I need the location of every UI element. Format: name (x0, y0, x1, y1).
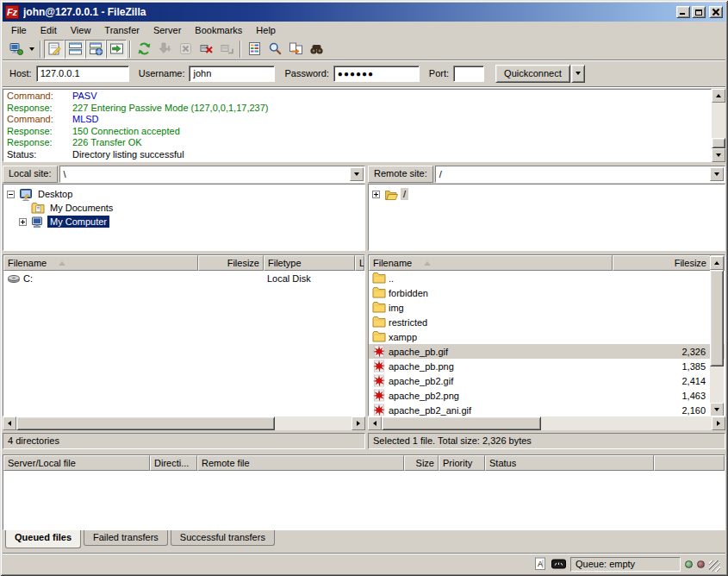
scrollbar-thumb[interactable] (712, 138, 725, 148)
tree-item-desktop[interactable]: Desktop (3, 187, 364, 201)
tree-item-my-computer[interactable]: My Computer (3, 215, 364, 229)
search-button[interactable] (264, 40, 285, 59)
local-list-hscrollbar[interactable] (3, 416, 365, 430)
file-row-forbidden[interactable]: forbidden (369, 285, 725, 300)
host-input[interactable] (36, 66, 129, 82)
filename-cell: xampp (369, 330, 613, 343)
column-header-priority[interactable]: Priority (439, 455, 485, 471)
column-header-filename[interactable]: Filename (369, 255, 613, 271)
local-file-list: FilenameFilesizeFiletypeL C:Local Disk (3, 254, 365, 416)
file-row-xampp[interactable]: xampp (369, 329, 725, 344)
column-header-status[interactable]: Status (485, 455, 654, 471)
toggle-queue-button[interactable] (106, 40, 127, 59)
column-header-remote-file[interactable]: Remote file (197, 455, 404, 471)
username-input[interactable] (189, 66, 275, 82)
column-header-filesize[interactable]: Filesize (613, 255, 711, 271)
tree-item-item[interactable]: / (369, 187, 725, 201)
column-header-l[interactable]: L (355, 255, 364, 271)
log-label: Status: (7, 149, 72, 161)
toggle-log-icon (47, 41, 62, 56)
menu-server[interactable]: Server (146, 23, 188, 37)
menu-transfer[interactable]: Transfer (97, 23, 146, 37)
refresh-button[interactable] (134, 40, 154, 59)
scroll-right-button[interactable] (352, 416, 365, 430)
scroll-up-button[interactable] (710, 256, 724, 270)
menu-edit[interactable]: Edit (34, 23, 64, 37)
menu-view[interactable]: View (64, 23, 98, 37)
scrollbar-thumb[interactable] (16, 416, 275, 430)
scroll-down-button[interactable] (712, 148, 725, 162)
reconnect-button[interactable] (216, 40, 237, 59)
collapse-icon[interactable] (7, 191, 15, 198)
sync-browsing-button[interactable] (285, 40, 306, 59)
quickconnect-dropdown-button[interactable] (571, 65, 585, 83)
file-row-c[interactable]: C:Local Disk (3, 271, 364, 285)
filename-text: apache_pb.png (389, 361, 454, 372)
scrollbar-thumb[interactable] (710, 270, 724, 366)
column-header-filesize[interactable]: Filesize (198, 255, 264, 271)
site-manager-dropdown-button[interactable] (26, 40, 37, 59)
menu-help[interactable]: Help (249, 23, 283, 37)
file-row-apache-pb-gif[interactable]: apache_pb.gif2,326 (369, 344, 725, 359)
scrollbar-track[interactable] (16, 416, 352, 430)
column-header-size[interactable]: Size (404, 455, 439, 471)
file-row-apache-pb2-ani-gif[interactable]: apache_pb2_ani.gif2,160 (369, 403, 725, 416)
file-row-item[interactable]: .. (369, 271, 725, 285)
resize-grip[interactable] (709, 560, 720, 572)
disconnect-button[interactable] (196, 40, 216, 59)
menu-file[interactable]: File (4, 23, 34, 37)
filter-button[interactable] (244, 40, 264, 59)
tab-successful-transfers[interactable]: Successful transfers (171, 530, 275, 546)
remote-site-combobox[interactable]: / (435, 166, 725, 183)
minimize-button[interactable] (676, 6, 690, 18)
remote-list-hscrollbar[interactable] (368, 416, 725, 430)
scrollbar-track[interactable] (382, 416, 712, 430)
quickconnect-button[interactable]: Quickconnect (495, 65, 570, 83)
scroll-right-button[interactable] (712, 416, 725, 430)
toggle-log-button[interactable] (44, 40, 65, 59)
column-header-server-local-file[interactable]: Server/Local file (3, 455, 150, 471)
site-manager-button[interactable] (5, 40, 26, 59)
file-row-apache-pb-png[interactable]: apache_pb.png1,385 (369, 359, 725, 373)
maximize-button[interactable] (692, 6, 706, 18)
filename-text: apache_pb2_ani.gif (389, 405, 471, 416)
expand-icon[interactable] (372, 191, 380, 198)
sort-ascending-icon (424, 261, 431, 266)
cancel-button[interactable] (175, 40, 196, 59)
filename-text: xampp (389, 332, 417, 342)
menu-bookmarks[interactable]: Bookmarks (188, 23, 249, 37)
column-header-directi[interactable]: Directi... (150, 455, 197, 471)
queue-header: Server/Local fileDirecti...Remote fileSi… (3, 455, 725, 471)
column-header-filetype[interactable]: Filetype (264, 255, 355, 271)
password-input[interactable] (333, 66, 420, 82)
local-site-dropdown-button[interactable] (350, 167, 364, 181)
log-scrollbar[interactable] (712, 89, 725, 162)
close-button[interactable] (709, 6, 723, 18)
scroll-down-button[interactable] (710, 403, 724, 416)
scrollbar-track[interactable] (710, 270, 724, 403)
title-bar[interactable]: Fz john@127.0.0.1 - FileZilla (3, 3, 725, 22)
tree-item-my-documents[interactable]: My Documents (3, 201, 364, 215)
tab-failed-transfers[interactable]: Failed transfers (84, 530, 168, 546)
toggle-local-tree-button[interactable] (65, 40, 85, 59)
file-row-apache-pb2-gif[interactable]: apache_pb2.gif2,414 (369, 373, 725, 388)
process-queue-button[interactable] (154, 40, 175, 59)
column-header-filename[interactable]: Filename (3, 255, 198, 271)
scrollbar-track[interactable] (712, 103, 725, 148)
file-row-apache-pb2-png[interactable]: apache_pb2.png1,463 (369, 388, 725, 403)
scrollbar-thumb[interactable] (382, 416, 541, 430)
expand-icon[interactable] (19, 218, 27, 226)
toggle-remote-tree-button[interactable] (85, 40, 106, 59)
scroll-up-button[interactable] (712, 89, 725, 103)
file-row-restricted[interactable]: restricted (369, 315, 725, 329)
file-row-img[interactable]: img (369, 300, 725, 315)
local-site-combobox[interactable]: \ (59, 166, 365, 183)
scroll-left-button[interactable] (368, 416, 382, 430)
tab-queued-files[interactable]: Queued files (5, 530, 81, 548)
compare-button[interactable] (306, 40, 327, 59)
port-input[interactable] (453, 66, 484, 82)
scroll-left-button[interactable] (3, 416, 16, 430)
remote-site-dropdown-button[interactable] (710, 167, 724, 181)
remote-list-scrollbar[interactable] (710, 256, 724, 416)
column-header-label: Server/Local file (8, 458, 76, 468)
